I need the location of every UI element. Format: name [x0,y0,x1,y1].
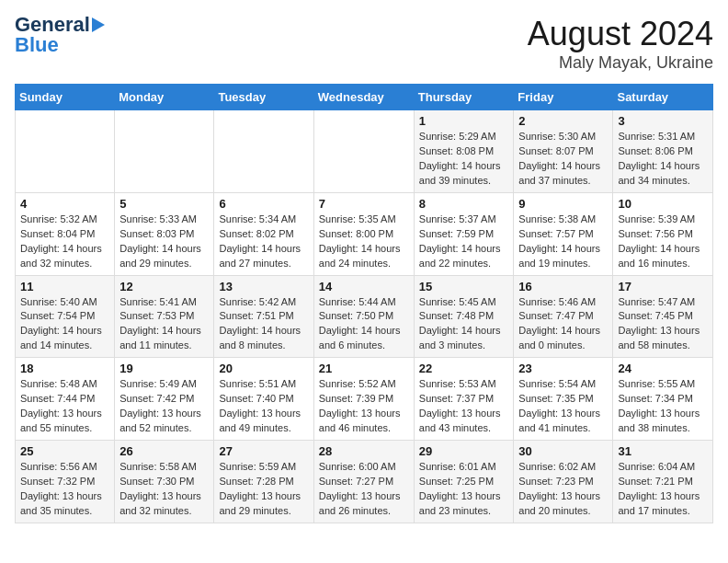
day-number: 26 [119,444,209,458]
day-info: Sunrise: 5:54 AM Sunset: 7:35 PM Dayligh… [518,377,608,436]
calendar-cell: 9Sunrise: 5:38 AM Sunset: 7:57 PM Daylig… [514,192,613,275]
day-number: 24 [618,362,708,375]
day-number: 14 [319,280,409,293]
day-info: Sunrise: 6:02 AM Sunset: 7:23 PM Dayligh… [518,460,608,519]
calendar-cell: 10Sunrise: 5:39 AM Sunset: 7:56 PM Dayli… [613,192,713,275]
day-number: 28 [319,444,409,458]
day-number: 12 [119,280,209,293]
day-number: 1 [419,114,509,128]
calendar-cell [313,110,414,193]
day-number: 4 [20,197,109,211]
day-number: 30 [518,444,608,458]
weekday-header-monday: Monday [115,85,214,110]
calendar-cell: 12Sunrise: 5:41 AM Sunset: 7:53 PM Dayli… [115,275,214,358]
weekday-header-saturday: Saturday [613,85,713,110]
calendar-body: 1Sunrise: 5:29 AM Sunset: 8:08 PM Daylig… [16,110,713,523]
calendar-cell: 4Sunrise: 5:32 AM Sunset: 8:04 PM Daylig… [16,192,115,275]
day-number: 16 [518,280,608,293]
day-number: 29 [419,444,509,458]
calendar-week-row: 4Sunrise: 5:32 AM Sunset: 8:04 PM Daylig… [16,192,713,275]
day-info: Sunrise: 6:00 AM Sunset: 7:27 PM Dayligh… [319,460,409,519]
calendar-cell: 23Sunrise: 5:54 AM Sunset: 7:35 PM Dayli… [514,358,613,441]
weekday-header-thursday: Thursday [414,85,514,110]
day-info: Sunrise: 5:52 AM Sunset: 7:39 PM Dayligh… [319,377,409,436]
day-info: Sunrise: 5:56 AM Sunset: 7:32 PM Dayligh… [20,460,109,519]
calendar-cell: 15Sunrise: 5:45 AM Sunset: 7:48 PM Dayli… [414,275,514,358]
day-info: Sunrise: 5:51 AM Sunset: 7:40 PM Dayligh… [219,377,308,436]
day-info: Sunrise: 5:53 AM Sunset: 7:37 PM Dayligh… [419,377,509,436]
day-number: 15 [419,280,509,293]
day-number: 11 [20,280,109,293]
logo-arrow-icon [92,17,105,32]
day-info: Sunrise: 5:39 AM Sunset: 7:56 PM Dayligh… [618,213,708,271]
day-info: Sunrise: 5:33 AM Sunset: 8:03 PM Dayligh… [119,213,209,271]
day-number: 5 [119,197,209,211]
day-number: 20 [219,362,308,375]
calendar-cell: 14Sunrise: 5:44 AM Sunset: 7:50 PM Dayli… [313,275,414,358]
day-info: Sunrise: 6:01 AM Sunset: 7:25 PM Dayligh… [419,460,509,519]
weekday-header-friday: Friday [514,85,613,110]
day-number: 13 [219,280,308,293]
day-info: Sunrise: 5:49 AM Sunset: 7:42 PM Dayligh… [119,377,209,436]
calendar-cell [115,110,214,193]
calendar-cell: 25Sunrise: 5:56 AM Sunset: 7:32 PM Dayli… [16,441,115,523]
weekday-header-wednesday: Wednesday [313,85,414,110]
calendar-cell: 20Sunrise: 5:51 AM Sunset: 7:40 PM Dayli… [214,358,313,441]
calendar-cell: 27Sunrise: 5:59 AM Sunset: 7:28 PM Dayli… [214,441,313,523]
day-info: Sunrise: 5:30 AM Sunset: 8:07 PM Dayligh… [518,130,608,189]
calendar-cell: 8Sunrise: 5:37 AM Sunset: 7:59 PM Daylig… [414,192,514,275]
calendar-cell: 29Sunrise: 6:01 AM Sunset: 7:25 PM Dayli… [414,441,514,523]
weekday-header-row: SundayMondayTuesdayWednesdayThursdayFrid… [16,85,713,110]
calendar-cell: 19Sunrise: 5:49 AM Sunset: 7:42 PM Dayli… [115,358,214,441]
calendar-cell: 3Sunrise: 5:31 AM Sunset: 8:06 PM Daylig… [613,110,713,193]
day-info: Sunrise: 5:37 AM Sunset: 7:59 PM Dayligh… [419,213,509,271]
day-info: Sunrise: 5:46 AM Sunset: 7:47 PM Dayligh… [518,295,608,354]
day-info: Sunrise: 5:44 AM Sunset: 7:50 PM Dayligh… [319,295,409,354]
day-number: 6 [219,197,308,211]
calendar-title-block: August 2024 Maly Mayak, Ukraine [528,15,713,73]
logo: General Blue [15,15,105,55]
logo-text-general: General [15,15,90,35]
day-number: 19 [119,362,209,375]
calendar-cell: 31Sunrise: 6:04 AM Sunset: 7:21 PM Dayli… [613,441,713,523]
calendar-cell: 16Sunrise: 5:46 AM Sunset: 7:47 PM Dayli… [514,275,613,358]
calendar-cell: 13Sunrise: 5:42 AM Sunset: 7:51 PM Dayli… [214,275,313,358]
calendar-week-row: 18Sunrise: 5:48 AM Sunset: 7:44 PM Dayli… [16,358,713,441]
day-info: Sunrise: 5:41 AM Sunset: 7:53 PM Dayligh… [119,295,209,354]
day-number: 7 [319,197,409,211]
calendar-cell: 1Sunrise: 5:29 AM Sunset: 8:08 PM Daylig… [414,110,514,193]
calendar-cell: 7Sunrise: 5:35 AM Sunset: 8:00 PM Daylig… [313,192,414,275]
day-info: Sunrise: 5:29 AM Sunset: 8:08 PM Dayligh… [419,130,509,189]
day-number: 23 [518,362,608,375]
day-number: 3 [618,114,708,128]
day-number: 27 [219,444,308,458]
day-info: Sunrise: 5:31 AM Sunset: 8:06 PM Dayligh… [618,130,708,189]
calendar-table: SundayMondayTuesdayWednesdayThursdayFrid… [15,84,713,523]
calendar-week-row: 25Sunrise: 5:56 AM Sunset: 7:32 PM Dayli… [16,441,713,523]
day-number: 25 [20,444,109,458]
calendar-week-row: 1Sunrise: 5:29 AM Sunset: 8:08 PM Daylig… [16,110,713,193]
day-info: Sunrise: 5:45 AM Sunset: 7:48 PM Dayligh… [419,295,509,354]
calendar-cell: 28Sunrise: 6:00 AM Sunset: 7:27 PM Dayli… [313,441,414,523]
day-number: 10 [618,197,708,211]
calendar-week-row: 11Sunrise: 5:40 AM Sunset: 7:54 PM Dayli… [16,275,713,358]
calendar-cell: 6Sunrise: 5:34 AM Sunset: 8:02 PM Daylig… [214,192,313,275]
calendar-cell: 18Sunrise: 5:48 AM Sunset: 7:44 PM Dayli… [16,358,115,441]
day-number: 8 [419,197,509,211]
calendar-cell: 26Sunrise: 5:58 AM Sunset: 7:30 PM Dayli… [115,441,214,523]
calendar-cell: 22Sunrise: 5:53 AM Sunset: 7:37 PM Dayli… [414,358,514,441]
day-number: 31 [618,444,708,458]
day-info: Sunrise: 5:32 AM Sunset: 8:04 PM Dayligh… [20,213,109,271]
calendar-cell: 5Sunrise: 5:33 AM Sunset: 8:03 PM Daylig… [115,192,214,275]
day-info: Sunrise: 5:40 AM Sunset: 7:54 PM Dayligh… [20,295,109,354]
day-number: 22 [419,362,509,375]
day-info: Sunrise: 5:48 AM Sunset: 7:44 PM Dayligh… [20,377,109,436]
calendar-location: Maly Mayak, Ukraine [528,53,713,73]
calendar-cell: 24Sunrise: 5:55 AM Sunset: 7:34 PM Dayli… [613,358,713,441]
day-info: Sunrise: 5:58 AM Sunset: 7:30 PM Dayligh… [119,460,209,519]
calendar-cell: 11Sunrise: 5:40 AM Sunset: 7:54 PM Dayli… [16,275,115,358]
day-number: 2 [518,114,608,128]
calendar-cell [214,110,313,193]
day-info: Sunrise: 5:55 AM Sunset: 7:34 PM Dayligh… [618,377,708,436]
day-number: 9 [518,197,608,211]
